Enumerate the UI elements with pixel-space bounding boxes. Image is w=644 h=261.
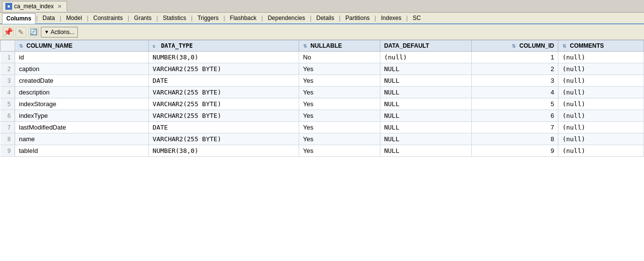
sort-icon-column-id: ⇅ [512,43,516,49]
cell-data-type: VARCHAR2(255 BYTE) [148,110,299,122]
cell-column-name: description [15,87,149,98]
cell-nullable: Yes [299,110,380,122]
col-header-comments[interactable]: ⇅ COMMENTS [558,40,644,52]
cell-column-id: 9 [472,145,558,157]
sort-icon-column-name: ⇅ [19,43,23,49]
tab-close-btn[interactable]: ✕ [57,3,62,10]
pin-button[interactable]: 📌 [3,27,14,37]
cell-column-name: lastModifiedDate [15,122,149,133]
table-tab-icon: ■ [5,3,12,10]
cell-comments: (null) [558,122,644,133]
cell-nullable: Yes [299,98,380,110]
cell-row-num: 5 [0,98,15,110]
tab-flashback[interactable]: Flashback [226,13,261,23]
cell-data-type: VARCHAR2(255 BYTE) [148,133,299,145]
cell-column-name: indexStorage [15,98,149,110]
col-header-data-default[interactable]: DATA_DEFAULT [380,40,471,52]
subtab-bar: Columns | Data | Model | Constraints | G… [0,13,644,24]
col-header-column-id[interactable]: ⇅ COLUMN_ID [472,40,558,52]
cell-column-name: name [15,133,149,145]
refresh-icon: 🔄 [30,28,37,36]
cell-column-id: 2 [472,63,558,75]
table-row: 3createdDateDATEYesNULL3(null) [0,75,644,87]
refresh-button[interactable]: 🔄 [28,27,39,37]
col-header-rownum [0,40,15,52]
cell-nullable: Yes [299,63,380,75]
cell-column-name: id [15,52,149,63]
cell-data-type: VARCHAR2(255 BYTE) [148,63,299,75]
cell-data-default: NULL [380,63,471,75]
cell-row-num: 1 [0,52,15,63]
cell-data-default: (null) [380,52,471,63]
table-row: 7lastModifiedDateDATEYesNULL7(null) [0,122,644,133]
tab-grants[interactable]: Grants [130,13,156,23]
dropdown-arrow-icon: ▼ [44,29,49,35]
actions-button[interactable]: ▼ Actions... [41,27,78,37]
cell-data-type: NUMBER(38,0) [148,52,299,63]
cell-nullable: Yes [299,122,380,133]
col-header-nullable[interactable]: ⇅ NULLABLE [299,40,380,52]
tab-dependencies[interactable]: Dependencies [263,13,309,23]
edit-button[interactable]: ✎ [16,27,26,37]
columns-table: ⇅ COLUMN_NAME ⇅ DATA_TYPE ⇅ NULLABLE DAT… [0,40,644,157]
table-header-row: ⇅ COLUMN_NAME ⇅ DATA_TYPE ⇅ NULLABLE DAT… [0,40,644,52]
tab-data[interactable]: Data [38,13,59,23]
cell-data-type: VARCHAR2(255 BYTE) [148,98,299,110]
sort-icon-nullable: ⇅ [303,43,307,49]
toolbar: 📌 ✎ 🔄 ▼ Actions... [0,24,644,40]
col-header-data-type[interactable]: ⇅ DATA_TYPE [148,40,299,52]
tab-triggers[interactable]: Triggers [193,13,223,23]
cell-data-default: NULL [380,87,471,98]
cell-comments: (null) [558,133,644,145]
tab-label: ca_meta_index [14,3,54,10]
tab-sc[interactable]: SC [408,13,425,23]
cell-data-default: NULL [380,122,471,133]
cell-nullable: No [299,52,380,63]
cell-column-name: caption [15,63,149,75]
table-row: 5indexStorageVARCHAR2(255 BYTE)YesNULL5(… [0,98,644,110]
tab-columns[interactable]: Columns [2,13,36,24]
cell-data-default: NULL [380,75,471,87]
cell-row-num: 7 [0,122,15,133]
cell-row-num: 4 [0,87,15,98]
cell-column-id: 5 [472,98,558,110]
tab-statistics[interactable]: Statistics [159,13,191,23]
edit-icon: ✎ [18,28,24,36]
main-window: ■ ca_meta_index ✕ Columns | Data | Model… [0,0,644,261]
cell-row-num: 9 [0,145,15,157]
table-row: 2captionVARCHAR2(255 BYTE)YesNULL2(null) [0,63,644,75]
table-row: 9tableIdNUMBER(38,0)YesNULL9(null) [0,145,644,157]
cell-comments: (null) [558,75,644,87]
table-row: 4descriptionVARCHAR2(255 BYTE)YesNULL4(n… [0,87,644,98]
cell-comments: (null) [558,52,644,63]
cell-column-name: tableId [15,145,149,157]
cell-comments: (null) [558,98,644,110]
tab-partitions[interactable]: Partitions [341,13,374,23]
tab-model[interactable]: Model [62,13,87,23]
cell-data-default: NULL [380,133,471,145]
cell-nullable: Yes [299,145,380,157]
sort-icon-data-type: ⇅ [153,43,156,49]
table-row: 6indexTypeVARCHAR2(255 BYTE)YesNULL6(nul… [0,110,644,122]
columns-table-container: ⇅ COLUMN_NAME ⇅ DATA_TYPE ⇅ NULLABLE DAT… [0,40,644,261]
cell-row-num: 8 [0,133,15,145]
cell-data-type: DATE [148,122,299,133]
col-header-column-name[interactable]: ⇅ COLUMN_NAME [15,40,149,52]
cell-data-default: NULL [380,145,471,157]
tab-details[interactable]: Details [312,13,339,23]
cell-row-num: 6 [0,110,15,122]
pin-icon: 📌 [3,27,13,37]
cell-nullable: Yes [299,87,380,98]
table-tab[interactable]: ■ ca_meta_index ✕ [2,1,67,12]
cell-column-id: 8 [472,133,558,145]
tab-constraints[interactable]: Constraints [89,13,127,23]
cell-row-num: 3 [0,75,15,87]
cell-column-id: 7 [472,122,558,133]
tab-indexes[interactable]: Indexes [376,13,406,23]
table-row: 1idNUMBER(38,0)No(null)1(null) [0,52,644,63]
cell-data-type: VARCHAR2(255 BYTE) [148,87,299,98]
cell-data-default: NULL [380,98,471,110]
cell-data-type: NUMBER(38,0) [148,145,299,157]
actions-label: Actions... [51,29,74,36]
cell-nullable: Yes [299,133,380,145]
